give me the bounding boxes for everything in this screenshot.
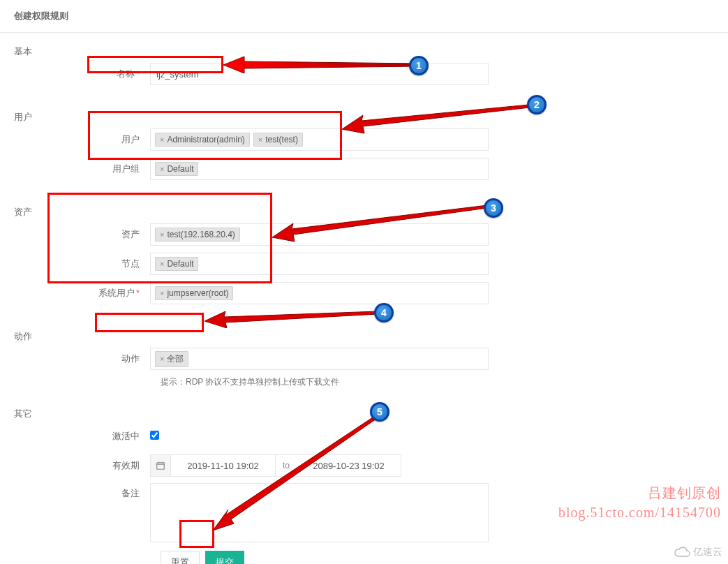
required-mark: *: [136, 68, 140, 79]
field-user-groups[interactable]: ×Default: [150, 158, 489, 180]
validity-from-input[interactable]: [171, 454, 276, 477]
section-user: 用户 用户 ×Administrator(admin) ×test(test) …: [0, 98, 728, 193]
tag-user[interactable]: ×Administrator(admin): [155, 133, 250, 147]
field-nodes[interactable]: ×Default: [150, 253, 489, 275]
svg-rect-0: [157, 463, 165, 469]
section-title-basic: 基本: [14, 40, 714, 62]
field-actions[interactable]: ×全部: [150, 348, 489, 370]
close-icon[interactable]: ×: [160, 289, 164, 297]
close-icon[interactable]: ×: [160, 355, 164, 363]
close-icon[interactable]: ×: [160, 135, 164, 144]
section-asset: 资产 资产 ×test(192.168.20.4) 节点 ×Default 系统…: [0, 193, 728, 318]
section-other: 其它 激活中 有效期 to 备注 重置 提交: [0, 395, 728, 564]
close-icon[interactable]: ×: [160, 230, 164, 239]
field-users[interactable]: ×Administrator(admin) ×test(test): [150, 128, 489, 151]
tag-user-group[interactable]: ×Default: [155, 162, 198, 176]
section-title-asset: 资产: [14, 200, 714, 223]
label-system-users: 系统用户*: [14, 287, 150, 299]
submit-button[interactable]: 提交: [205, 551, 244, 564]
label-validity: 有效期: [14, 459, 150, 472]
section-basic: 基本 名称*: [0, 33, 728, 98]
calendar-icon: [150, 454, 171, 477]
tag-node[interactable]: ×Default: [155, 257, 198, 271]
validity-separator: to: [276, 454, 297, 477]
page-title: 创建权限规则: [0, 0, 728, 33]
label-actions: 动作: [14, 352, 150, 365]
label-user-groups: 用户组: [14, 163, 150, 175]
close-icon[interactable]: ×: [160, 260, 164, 268]
section-action: 动作 动作 ×全部 提示：RDP 协议不支持单独控制上传或下载文件: [0, 318, 728, 395]
action-help-text: 提示：RDP 协议不支持单独控制上传或下载文件: [161, 376, 714, 388]
label-nodes: 节点: [14, 258, 150, 270]
label-name: 名称*: [14, 68, 150, 80]
tag-action[interactable]: ×全部: [155, 351, 188, 367]
name-input[interactable]: [155, 66, 484, 82]
reset-button[interactable]: 重置: [161, 551, 200, 564]
section-title-other: 其它: [14, 402, 714, 424]
label-remark: 备注: [14, 483, 150, 500]
remark-textarea[interactable]: [150, 483, 489, 542]
active-checkbox[interactable]: [150, 431, 159, 440]
label-active: 激活中: [14, 430, 150, 443]
section-title-user: 用户: [14, 105, 714, 128]
field-name[interactable]: [150, 63, 489, 85]
tag-system-user[interactable]: ×jumpserver(root): [155, 286, 233, 300]
field-system-users[interactable]: ×jumpserver(root): [150, 282, 489, 304]
tag-asset[interactable]: ×test(192.168.20.4): [155, 228, 240, 242]
label-assets: 资产: [14, 228, 150, 241]
label-users: 用户: [14, 133, 150, 146]
close-icon[interactable]: ×: [258, 135, 262, 144]
validity-to-input[interactable]: [297, 454, 401, 477]
field-assets[interactable]: ×test(192.168.20.4): [150, 223, 489, 246]
tag-user[interactable]: ×test(test): [253, 133, 303, 147]
section-title-action: 动作: [14, 325, 714, 347]
close-icon[interactable]: ×: [160, 165, 164, 173]
required-mark: *: [136, 288, 140, 298]
